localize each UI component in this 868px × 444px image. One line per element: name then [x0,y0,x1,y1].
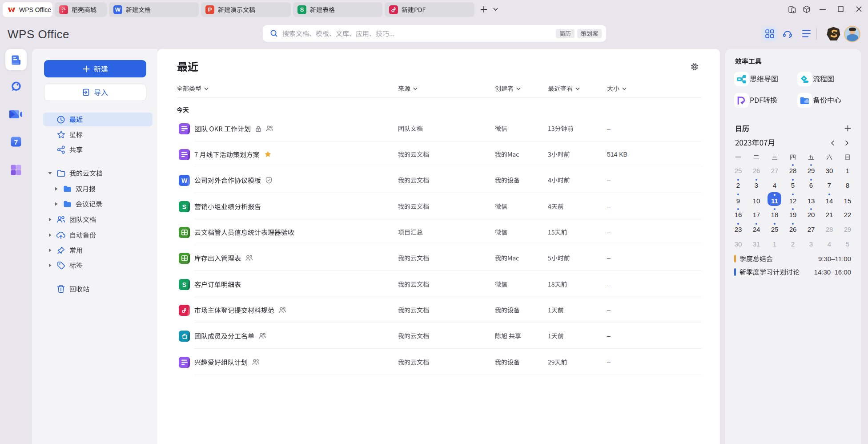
svg-text:7: 7 [14,138,18,146]
